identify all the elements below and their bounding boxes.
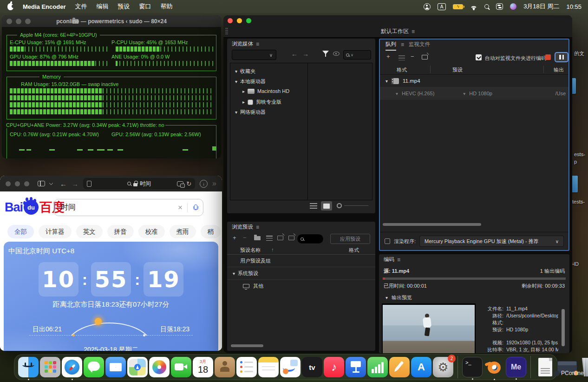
panel-menu-icon[interactable]: ≡ bbox=[256, 224, 259, 231]
queue-output-row[interactable]: ▾ HEVC (H.265) ▾ HD 1080p /Use bbox=[380, 87, 568, 100]
dock-safari[interactable] bbox=[62, 357, 82, 377]
preset-row-system[interactable]: ▾ 系统预设 bbox=[227, 267, 375, 280]
dock-photos[interactable] bbox=[149, 357, 170, 377]
preview-eye-icon[interactable] bbox=[333, 52, 340, 56]
vertical-scrollbar[interactable] bbox=[562, 309, 565, 346]
input-method-icon[interactable]: A bbox=[438, 3, 446, 10]
ame-titlebar[interactable] bbox=[223, 15, 572, 26]
folder-icon[interactable] bbox=[571, 176, 578, 192]
search-input[interactable] bbox=[54, 204, 173, 212]
tree-item-macintosh-hd[interactable]: ▸ Macintosh HD bbox=[242, 88, 289, 94]
export-preset-icon[interactable] bbox=[288, 236, 294, 240]
forward-icon[interactable]: → bbox=[302, 50, 309, 58]
menubar-time[interactable]: 10:55 bbox=[566, 3, 581, 10]
desktop-file-label[interactable]: ests- bbox=[574, 151, 585, 157]
col-format[interactable]: 格式 bbox=[397, 66, 407, 73]
control-center-icon[interactable] bbox=[496, 3, 503, 10]
chevron-down-icon[interactable]: ▾ bbox=[463, 91, 465, 96]
renderer-checkbox[interactable] bbox=[385, 238, 390, 244]
address-bar[interactable]: 时间 ↻ bbox=[83, 178, 195, 189]
dock-keynote[interactable] bbox=[346, 357, 366, 377]
menu-window[interactable]: 窗口 bbox=[139, 2, 151, 11]
dock-mail[interactable] bbox=[105, 357, 126, 377]
output-preview-label[interactable]: 输出预览 bbox=[392, 294, 412, 301]
dock-appstore[interactable]: A bbox=[411, 357, 431, 377]
panel-menu-icon[interactable]: ≡ bbox=[401, 41, 404, 51]
clear-search-icon[interactable]: × bbox=[173, 203, 188, 212]
remove-preset-icon[interactable]: − bbox=[243, 234, 247, 241]
dock-pages[interactable] bbox=[389, 357, 410, 377]
tab-calculator[interactable]: 计算器 bbox=[39, 225, 72, 238]
apply-preset-button[interactable]: 应用预设 bbox=[330, 234, 370, 244]
wifi-icon[interactable] bbox=[470, 4, 477, 9]
dock-media-encoder[interactable]: Me bbox=[506, 357, 526, 377]
menu-edit[interactable]: 编辑 bbox=[96, 2, 108, 11]
dock-terminal[interactable]: >_ bbox=[462, 357, 483, 377]
source-dropdown[interactable]: ∨ bbox=[232, 50, 276, 60]
col-preset-name[interactable]: 预设名称 bbox=[240, 247, 261, 254]
tab-zhuyu[interactable]: 煮雨 bbox=[170, 225, 196, 238]
close-button[interactable] bbox=[6, 181, 11, 186]
panel-menu-icon[interactable]: ≡ bbox=[397, 257, 400, 263]
tree-item-local-drives[interactable]: ▾ 本地驱动器 bbox=[235, 78, 266, 85]
stop-queue-button[interactable] bbox=[545, 54, 551, 60]
dock-notes[interactable] bbox=[258, 357, 279, 377]
minimize-button[interactable] bbox=[237, 18, 242, 23]
desktop-file-label[interactable]: 的文 bbox=[574, 50, 584, 57]
add-source-icon[interactable]: + bbox=[386, 53, 390, 60]
menu-preset[interactable]: 预设 bbox=[118, 2, 130, 11]
new-group-icon[interactable] bbox=[254, 236, 261, 240]
queue-source-row[interactable]: ▾ 11.mp4 bbox=[380, 75, 568, 87]
workspace-menu-icon[interactable]: ≡ bbox=[412, 28, 415, 35]
tab-more[interactable]: 稍 bbox=[201, 225, 221, 238]
tab-watch-folders[interactable]: 监视文件 bbox=[409, 41, 430, 51]
dock-music[interactable]: ♪ bbox=[324, 357, 344, 377]
add-preset-icon[interactable]: + bbox=[233, 234, 236, 241]
output-preset[interactable]: HD 1080p bbox=[469, 91, 492, 96]
tree-item-network-drives[interactable]: ▾ 网络驱动器 bbox=[235, 109, 266, 116]
minimize-button[interactable] bbox=[15, 181, 20, 186]
voice-search-icon[interactable] bbox=[193, 204, 197, 211]
tree-item-jianying[interactable]: ▸ 剪映专业版 bbox=[242, 99, 281, 105]
back-icon[interactable]: ← bbox=[291, 50, 298, 58]
dock-launchpad[interactable] bbox=[40, 357, 60, 377]
remove-icon[interactable]: − bbox=[411, 53, 414, 60]
duplicate-icon[interactable] bbox=[422, 55, 428, 59]
dock-settings[interactable]: ⚙2 bbox=[433, 357, 453, 377]
close-button[interactable] bbox=[228, 18, 233, 23]
dock-messages[interactable] bbox=[84, 357, 104, 377]
dock-facetime[interactable] bbox=[171, 357, 191, 377]
desktop-file-label[interactable]: HD bbox=[571, 261, 579, 267]
panel-grip-icon[interactable] bbox=[225, 28, 228, 35]
chevron-down-icon[interactable]: ▾ bbox=[396, 91, 398, 96]
forward-button[interactable]: → bbox=[72, 180, 78, 187]
output-format[interactable]: HEVC (H.265) bbox=[402, 91, 434, 96]
col-output[interactable]: 输出 bbox=[554, 66, 564, 73]
translate-icon[interactable] bbox=[177, 181, 183, 186]
dock-reminders[interactable] bbox=[236, 357, 257, 377]
apple-menu-icon[interactable] bbox=[7, 3, 13, 10]
workspace-tab[interactable]: 默认工作区 bbox=[381, 27, 409, 35]
tree-item-favorites[interactable]: ▾ 收藏夹 bbox=[235, 68, 255, 75]
menubar-date[interactable]: 3月18日 周二 bbox=[523, 2, 559, 11]
horizontal-scrollbar[interactable] bbox=[231, 344, 263, 347]
sidebar-toggle-icon[interactable] bbox=[38, 181, 45, 186]
auto-encode-checkbox[interactable] bbox=[476, 54, 482, 60]
dock-contacts[interactable] bbox=[215, 357, 235, 377]
back-button[interactable]: ← bbox=[60, 180, 67, 187]
user-account-icon[interactable] bbox=[424, 3, 431, 10]
list-view-icon[interactable] bbox=[310, 203, 317, 209]
tab-calibrate[interactable]: 校准 bbox=[138, 225, 165, 238]
desktop-file-label[interactable]: tests- bbox=[572, 199, 585, 204]
terminal-titlebar[interactable]: pconline — powermetrics ‹ sudo — 80×24 bbox=[2, 15, 221, 27]
renderer-select[interactable]: Mercury Playback Engine GPU 加速 (Metal) -… bbox=[419, 236, 564, 247]
battery-icon[interactable]: ϟ bbox=[453, 4, 463, 9]
thumbnail-view-icon[interactable] bbox=[321, 201, 332, 211]
horizontal-scrollbar[interactable] bbox=[383, 223, 481, 226]
sidebar-chevron-icon[interactable] bbox=[49, 181, 53, 184]
output-path[interactable]: /Use bbox=[555, 91, 566, 96]
dock-numbers[interactable] bbox=[367, 357, 388, 377]
dock-freeform[interactable] bbox=[280, 357, 301, 377]
menu-help[interactable]: 帮助 bbox=[160, 2, 172, 11]
media-search-field[interactable]: ∨ bbox=[343, 50, 371, 59]
